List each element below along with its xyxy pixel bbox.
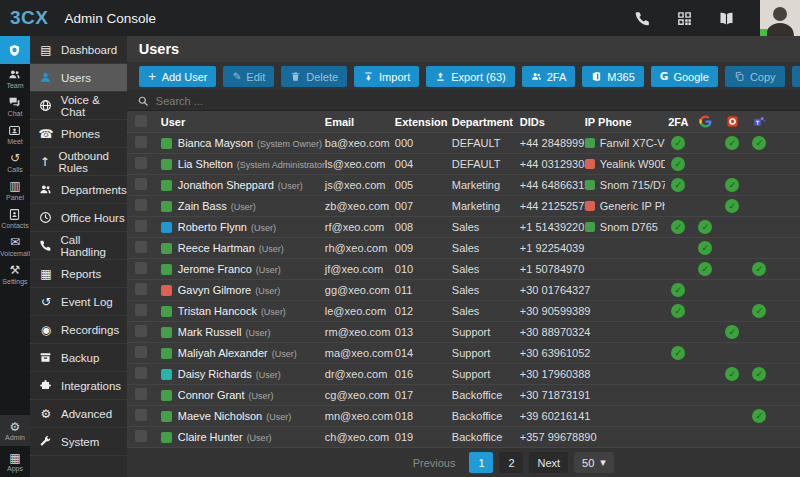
row-checkbox[interactable]	[135, 283, 147, 295]
rail-item-team[interactable]: Team	[0, 64, 30, 92]
user-name: Maliyah Alexander(User)	[178, 347, 297, 359]
sidebar-item-reports[interactable]: ▦Reports	[30, 260, 127, 288]
row-checkbox[interactable]	[135, 220, 147, 232]
add-user-button[interactable]: +Add User	[139, 66, 217, 87]
sidebar-item-label: Departments	[61, 184, 127, 196]
page-button-1[interactable]: 1	[469, 452, 493, 473]
sidebar-item-call-handling[interactable]: Call Handling	[30, 232, 127, 260]
rail-item-chat[interactable]: Chat	[0, 92, 30, 120]
sidebar-item-users[interactable]: Users	[30, 64, 127, 92]
user-avatar[interactable]	[760, 0, 800, 36]
table-row[interactable]: Maliyah Alexander(User)ma@xeo.com014Supp…	[127, 343, 800, 364]
sidebar-item-backup[interactable]: Backup	[30, 344, 127, 372]
previous-page-button[interactable]: Previous	[405, 452, 464, 473]
table-row[interactable]: Jonathon Sheppard(User)js@xeo.com005Mark…	[127, 175, 800, 196]
table-row[interactable]: Claire Hunter(User)ch@xeo.com019Backoffi…	[127, 427, 800, 448]
table-row[interactable]: Daisy Richards(User)dr@xeo.com016Support…	[127, 364, 800, 385]
row-select	[135, 346, 161, 360]
handset-icon[interactable]	[634, 8, 654, 28]
check-icon: ✓	[752, 409, 766, 423]
row-checkbox[interactable]	[135, 157, 147, 169]
manual-book-icon[interactable]	[718, 8, 738, 28]
next-page-button[interactable]: Next	[529, 452, 568, 473]
did-cell: +1 51439220	[520, 221, 585, 233]
row-checkbox[interactable]	[135, 430, 147, 442]
row-checkbox[interactable]	[135, 304, 147, 316]
email-cell: rf@xeo.com	[325, 221, 395, 233]
column-select	[135, 115, 161, 129]
row-checkbox[interactable]	[135, 178, 147, 190]
sidebar-item-outbound-rules[interactable]: ↑Outbound Rules	[30, 148, 127, 176]
delete-button[interactable]: Delete	[281, 66, 347, 87]
table-row[interactable]: Reece Hartman(User)rh@xeo.com009Sales+1 …	[127, 238, 800, 259]
row-checkbox[interactable]	[135, 325, 147, 337]
page-button-2[interactable]: 2	[499, 452, 523, 473]
sidebar-item-integrations[interactable]: Integrations	[30, 372, 127, 400]
user-cell: Zain Bass(User)	[161, 200, 325, 212]
table-row[interactable]: Maeve Nicholson(User)mn@xeo.com018Backof…	[127, 406, 800, 427]
google-color-icon	[699, 115, 712, 128]
user-name: Mark Russell(User)	[178, 326, 271, 338]
m365-button[interactable]: M365	[582, 66, 644, 87]
sidebar-item-office-hours[interactable]: Office Hours	[30, 204, 127, 232]
row-checkbox[interactable]	[135, 409, 147, 421]
department-cell: Support	[452, 368, 520, 380]
row-select	[135, 136, 161, 150]
row-checkbox[interactable]	[135, 136, 147, 148]
copy-button[interactable]: Copy	[725, 66, 785, 87]
table-row[interactable]: Tristan Hancock(User)le@xeo.com012Sales+…	[127, 301, 800, 322]
row-checkbox[interactable]	[135, 388, 147, 400]
rail-item-apps[interactable]: ▦Apps	[0, 446, 30, 477]
sidebar-item-event-log[interactable]: ↺Event Log	[30, 288, 127, 316]
rail-item-calls[interactable]: ↺Calls	[0, 148, 30, 176]
table-row[interactable]: Lia Shelton(System Administrator)ls@xeo.…	[127, 154, 800, 175]
check-icon: ✓	[752, 136, 766, 150]
row-checkbox[interactable]	[135, 346, 147, 358]
rail-item-label: Settings	[2, 278, 27, 285]
sidebar-item-departments[interactable]: Departments	[30, 176, 127, 204]
table-row[interactable]: Mark Russell(User)rm@xeo.com013Support+3…	[127, 322, 800, 343]
rail-item-3cx-home[interactable]	[0, 36, 30, 64]
rail-item-voicemail[interactable]: ✉Voicemail	[0, 232, 30, 260]
2fa-button[interactable]: 2FA	[522, 66, 576, 87]
table-row[interactable]: Connor Grant(User)cg@xeo.com017Backoffic…	[127, 385, 800, 406]
sidebar-item-voice-chat[interactable]: Voice & Chat	[30, 92, 127, 120]
row-checkbox[interactable]	[135, 199, 147, 211]
rail-item-panel[interactable]: ▥Panel	[0, 176, 30, 204]
sidebar-item-phones[interactable]: ☎Phones	[30, 120, 127, 148]
reset-button[interactable]: ↻Reset	[792, 66, 800, 87]
event-log-icon: ↺	[39, 296, 53, 308]
rail-item-meet[interactable]: Meet	[0, 120, 30, 148]
sidebar-item-label: Office Hours	[61, 212, 125, 224]
table-row[interactable]: Jerome Franco(User)jf@xeo.com010Sales+1 …	[127, 259, 800, 280]
select-all-checkbox[interactable]	[135, 115, 147, 127]
presence-status-indicator	[161, 285, 172, 296]
table-row[interactable]: Zain Bass(User)zb@xeo.com007Marketing+44…	[127, 196, 800, 217]
search-input[interactable]	[156, 95, 800, 107]
row-checkbox[interactable]	[135, 262, 147, 274]
rail-item-contacts[interactable]: Contacts	[0, 204, 30, 232]
table-row[interactable]: Bianca Mayson(System Owner)ba@xeo.com000…	[127, 133, 800, 154]
sidebar-item-dashboard[interactable]: ▤Dashboard	[30, 36, 127, 64]
edit-button[interactable]: ✎Edit	[223, 66, 274, 87]
table-row[interactable]: Roberto Flynn(User)rf@xeo.com008Sales+1 …	[127, 217, 800, 238]
google-button[interactable]: GGoogle	[651, 66, 718, 87]
rail-item-admin[interactable]: ⚙Admin	[0, 415, 30, 446]
rail-item-settings[interactable]: ⚒Settings	[0, 260, 30, 288]
qr-code-icon[interactable]	[676, 8, 696, 28]
sidebar-item-recordings[interactable]: ◉Recordings	[30, 316, 127, 344]
sidebar-item-advanced[interactable]: ⚙Advanced	[30, 400, 127, 428]
table-row[interactable]: Gavyn Gilmore(User)gg@xeo.com011Sales+30…	[127, 280, 800, 301]
row-checkbox[interactable]	[135, 241, 147, 253]
user-name: Roberto Flynn(User)	[178, 221, 276, 233]
plus-icon: +	[148, 71, 157, 82]
sidebar-item-system[interactable]: System	[30, 428, 127, 456]
sidebar-item-label: Voice & Chat	[61, 94, 127, 118]
row-select	[135, 430, 161, 444]
button-label: Add User	[162, 71, 208, 83]
row-actions: ⋮	[773, 347, 800, 360]
import-button[interactable]: Import	[354, 66, 419, 87]
row-checkbox[interactable]	[135, 367, 147, 379]
page-size-dropdown[interactable]: 50▾	[574, 452, 614, 473]
export-button[interactable]: Export (63)	[426, 66, 514, 87]
